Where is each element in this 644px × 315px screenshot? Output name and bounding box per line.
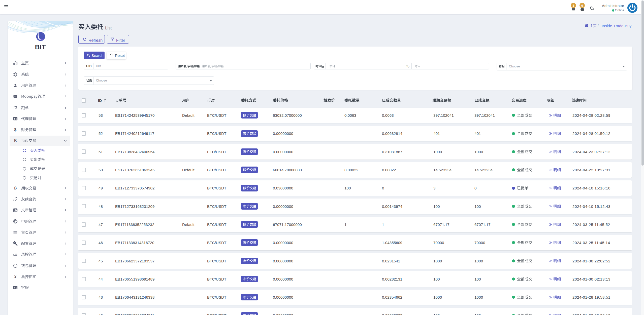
svg-text:¥: ¥ [14,274,17,279]
svg-text:B: B [14,138,17,143]
svg-text:$: $ [14,128,17,132]
svg-text:B: B [14,186,17,190]
